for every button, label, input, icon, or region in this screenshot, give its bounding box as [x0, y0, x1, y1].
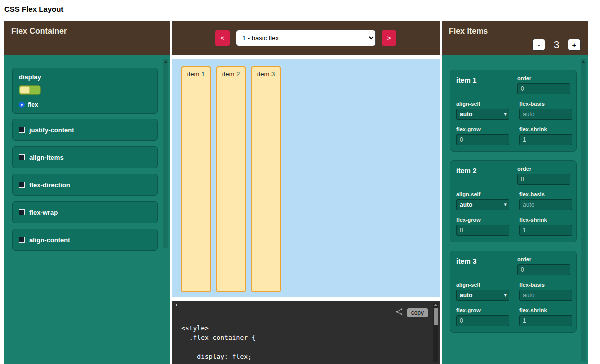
flex-preview-container: item 1 item 2 item 3: [172, 59, 440, 298]
flex-wrap-label: flex-wrap: [29, 209, 58, 216]
item-3-flex-basis-input[interactable]: [519, 290, 572, 301]
copy-button[interactable]: copy: [407, 308, 428, 318]
item-counter: - 3 +: [532, 39, 581, 51]
item-card-2: item 2 order align-self auto flex-basi: [450, 160, 577, 242]
preview-item-2: item 2: [216, 66, 246, 292]
flex-shrink-label: flex-shrink: [519, 126, 572, 132]
flex-basis-label: flex-basis: [519, 192, 572, 198]
item-3-flex-grow-input[interactable]: [456, 316, 509, 326]
code-panel-dot: [176, 304, 177, 306]
flex-grow-label: flex-grow: [456, 217, 509, 223]
toggle-knob-icon: [20, 86, 30, 94]
option-align-items[interactable]: align-items: [12, 146, 158, 168]
item-card-3: item 3 order align-self auto flex-basi: [450, 251, 577, 333]
item-2-align-self-select[interactable]: auto: [456, 200, 509, 210]
item-card-1: item 1 order align-self auto flex-basi: [450, 70, 577, 152]
share-icon[interactable]: [395, 308, 403, 318]
code-panel: copy <style> .flex-container { display: …: [172, 302, 440, 364]
align-items-label: align-items: [29, 154, 64, 162]
align-self-label: align-self: [456, 282, 509, 288]
item-1-title: item 1: [456, 76, 507, 84]
flex-direction-checkbox[interactable]: [19, 182, 25, 188]
code-toolbar: copy: [395, 308, 428, 318]
page-title: CSS Flex Layout: [4, 5, 63, 14]
display-card: display flex: [12, 68, 158, 114]
code-scrollbar-thumb[interactable]: [434, 308, 438, 325]
option-justify-content[interactable]: justify-content: [12, 119, 158, 141]
align-self-label: align-self: [456, 101, 509, 107]
item-count: 3: [554, 40, 559, 51]
flex-items-panel: Flex Items - 3 + item 1 order align-self: [442, 21, 588, 364]
remove-item-button[interactable]: -: [532, 39, 545, 51]
order-label: order: [517, 166, 570, 172]
prev-example-button[interactable]: <: [215, 30, 230, 46]
code-block: <style> .flex-container { display: flex;: [181, 324, 256, 362]
example-selector-bar: < 1 - basic flex >: [172, 21, 440, 55]
left-panel-scrollbar[interactable]: [163, 60, 168, 248]
code-scrollbar[interactable]: [433, 303, 438, 362]
flex-items-body: item 1 order align-self auto flex-basi: [442, 55, 588, 333]
align-items-checkbox[interactable]: [19, 154, 25, 160]
item-1-align-self-wrap: auto: [456, 110, 509, 118]
example-select[interactable]: 1 - basic flex: [236, 30, 376, 46]
display-toggle[interactable]: [19, 86, 41, 95]
code-line: display: flex;: [181, 352, 256, 362]
flex-container-body: display flex justify-content align-items…: [4, 55, 170, 251]
item-3-flex-shrink-input[interactable]: [519, 316, 572, 326]
flex-items-header: Flex Items - 3 +: [442, 21, 588, 55]
code-line: .flex-container {: [181, 333, 256, 342]
item-2-flex-basis-input[interactable]: [519, 200, 572, 210]
flex-container-panel: Flex Container display flex justify-cont…: [4, 21, 170, 364]
option-flex-wrap[interactable]: flex-wrap: [12, 202, 158, 224]
flex-radio-label: flex: [28, 102, 38, 108]
align-self-label: align-self: [456, 192, 509, 198]
option-flex-direction[interactable]: flex-direction: [12, 174, 158, 196]
item-2-flex-shrink-input[interactable]: [519, 225, 572, 236]
align-content-checkbox[interactable]: [19, 237, 25, 243]
justify-content-label: justify-content: [29, 126, 74, 134]
option-align-content[interactable]: align-content: [12, 229, 158, 251]
flex-shrink-label: flex-shrink: [519, 308, 572, 314]
item-2-align-self-wrap: auto: [456, 200, 509, 208]
code-line: <style>: [181, 324, 256, 333]
flex-direction-label: flex-direction: [29, 182, 70, 189]
flex-wrap-checkbox[interactable]: [19, 210, 25, 216]
item-2-title: item 2: [456, 166, 507, 175]
flex-container-title: Flex Container: [4, 21, 170, 42]
item-1-flex-shrink-input[interactable]: [519, 134, 572, 146]
order-label: order: [517, 76, 570, 82]
item-3-align-self-select[interactable]: auto: [456, 290, 509, 301]
flex-grow-label: flex-grow: [456, 126, 509, 132]
item-1-align-self-select[interactable]: auto: [456, 109, 509, 120]
scroll-up-icon[interactable]: [581, 60, 585, 64]
item-1-order-input[interactable]: [517, 84, 570, 94]
flex-shrink-label: flex-shrink: [519, 217, 572, 223]
item-3-title: item 3: [456, 256, 507, 266]
display-flex-radio-row: flex: [19, 102, 151, 108]
add-item-button[interactable]: +: [568, 39, 581, 51]
item-2-flex-grow-input[interactable]: [456, 225, 509, 236]
preview-column: < 1 - basic flex > item 1 item 2 item 3 …: [172, 21, 440, 364]
preview-item-1: item 1: [181, 66, 211, 292]
flex-grow-label: flex-grow: [456, 308, 509, 314]
item-2-order-input[interactable]: [517, 174, 570, 185]
flex-container-header: Flex Container: [4, 21, 170, 55]
flex-basis-label: flex-basis: [519, 282, 572, 288]
scroll-up-icon[interactable]: [164, 60, 168, 64]
item-1-flex-basis-input[interactable]: [519, 109, 572, 120]
scroll-up-icon[interactable]: [434, 304, 438, 306]
justify-content-checkbox[interactable]: [19, 127, 25, 133]
next-example-button[interactable]: >: [382, 30, 396, 46]
item-3-order-input[interactable]: [517, 264, 570, 276]
flex-basis-label: flex-basis: [519, 101, 572, 107]
item-1-flex-grow-input[interactable]: [456, 134, 509, 146]
order-label: order: [517, 256, 570, 262]
preview-item-3: item 3: [251, 66, 281, 292]
code-line: [181, 342, 256, 352]
display-label: display: [19, 74, 151, 81]
item-3-align-self-wrap: auto: [456, 290, 509, 299]
right-panel-scrollbar[interactable]: [581, 60, 586, 361]
flex-radio[interactable]: [19, 102, 25, 108]
align-content-label: align-content: [29, 236, 70, 244]
